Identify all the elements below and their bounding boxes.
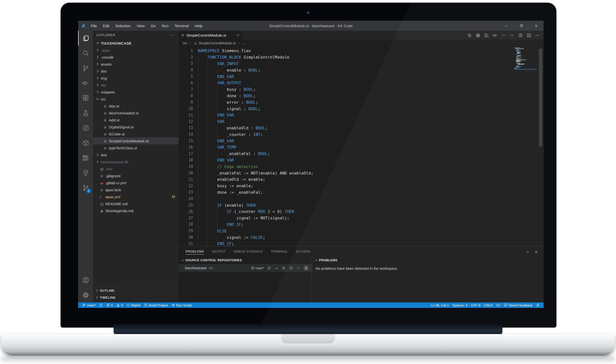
breadcrumb-[interactable]: ... — [242, 41, 245, 45]
editor-action-split-editor[interactable] — [527, 33, 531, 37]
editor-scrollbar[interactable] — [539, 49, 542, 146]
explorer-item-obj[interactable]: obj — [93, 82, 178, 89]
breadcrumb-simplecontrolmodule-st[interactable]: SimpleControlModule.st — [199, 41, 236, 45]
sidebar-section-outline[interactable]: OUTLINE — [93, 287, 178, 294]
activity-gitlens[interactable] — [78, 120, 93, 135]
activity-ax-library[interactable] — [78, 150, 93, 165]
source-control-header[interactable]: SOURCE CONTROL REPOSITORIES — [178, 257, 312, 264]
status-sync[interactable] — [98, 303, 105, 307]
status-build-project[interactable]: Build Project — [142, 303, 169, 307]
explorer-item-gcode-st[interactable]: GCode.st — [93, 130, 178, 137]
explorer-item-typetechclass-st[interactable]: typeTechClass.st — [93, 144, 178, 151]
menu-run[interactable]: Run — [159, 23, 171, 29]
activity-run-debug[interactable] — [78, 76, 93, 91]
panel-maximize-button[interactable] — [526, 249, 529, 254]
explorer-item-abs-st[interactable]: Abs.st — [93, 102, 178, 109]
code-editor[interactable]: 1NAMESPACE Siemens.Tiax2 FUNCTION_BLOCK … — [178, 47, 544, 246]
editor-action-print[interactable] — [476, 33, 480, 37]
editor-action-open-previous-change[interactable] — [493, 33, 497, 37]
menu-help[interactable]: Help — [192, 23, 205, 29]
panel-tab-output[interactable]: OUTPUT — [212, 249, 226, 254]
editor-action-search-editor[interactable] — [484, 33, 489, 37]
explorer-item-digitalsignal-st[interactable]: DigitalSignal.st — [93, 123, 178, 130]
panel-tab-problems[interactable]: PROBLEMS — [185, 249, 204, 255]
menu-file[interactable]: File — [88, 23, 100, 29]
explorer-item-test[interactable]: test — [93, 151, 178, 158]
menu-go[interactable]: Go — [148, 23, 158, 29]
editor-action-local-history[interactable] — [467, 33, 472, 37]
menu-view[interactable]: View — [134, 23, 148, 29]
minimap[interactable] — [514, 48, 537, 70]
tab-close-icon[interactable] — [236, 33, 240, 37]
repo-action-ellipsis[interactable] — [296, 266, 300, 270]
explorer-item-tiaxshowcase-lib[interactable]: tiaxshowcase-lib — [93, 158, 178, 165]
editor-action-toggle-file-blame[interactable] — [518, 33, 523, 37]
menu-edit[interactable]: Edit — [100, 23, 112, 29]
editor-action-open-next-change[interactable] — [510, 33, 514, 37]
problems-header[interactable]: PROBLEMS — [312, 257, 544, 264]
status-encoding[interactable]: UTF-8 — [469, 303, 482, 307]
window-close-button[interactable] — [529, 21, 544, 31]
explorer-item-apax-yml[interactable]: !apax.ymlM — [93, 193, 178, 200]
activity-search[interactable] — [78, 46, 93, 61]
panel-tab-terminal[interactable]: TERMINAL — [271, 249, 288, 254]
explorer-item-img[interactable]: img — [93, 75, 178, 82]
status-notifications[interactable] — [534, 303, 541, 307]
explorer-item-env[interactable]: .env — [93, 165, 178, 172]
panel-close-button[interactable] — [534, 249, 538, 254]
panel-tab-gitlens[interactable]: GITLENS — [296, 249, 310, 254]
editor-action-more-actions[interactable] — [535, 33, 540, 37]
window-restore-button[interactable] — [514, 21, 529, 31]
status-indentation[interactable]: Spaces: 4 — [451, 303, 469, 307]
repo-row[interactable]: tiaxshowcase Git main*1 — [178, 264, 312, 272]
explorer-item-simplecontrolmodule-st[interactable]: SimpleControlModule.st — [93, 137, 178, 144]
repo-action-history[interactable] — [282, 266, 286, 270]
status-send-feedback[interactable]: Send Feedback — [502, 303, 534, 307]
tab-simplecontrolmodule[interactable]: SimpleControlModule.st — [178, 31, 242, 40]
status-eol[interactable]: CRLF — [482, 303, 494, 307]
status-language-mode[interactable]: ST — [494, 303, 502, 307]
status-warnings[interactable]: 0 — [115, 303, 125, 307]
activity-source-control[interactable] — [78, 61, 93, 76]
sidebar-section-timeline[interactable]: TIMELINE — [93, 294, 178, 301]
breadcrumb[interactable]: srcSimpleControlModule.st... — [178, 40, 544, 47]
editor-action-open-change[interactable] — [501, 33, 506, 37]
repo-action-refresh[interactable] — [289, 266, 293, 270]
repo-action-check[interactable] — [275, 266, 278, 270]
panel-tab-debug-console[interactable]: DEBUG CONSOLE — [234, 249, 263, 254]
window-minimize-button[interactable] — [499, 21, 514, 31]
explorer-item-snippets[interactable]: snippets — [93, 89, 178, 95]
activity-explorer[interactable] — [78, 31, 93, 46]
activity-extensions[interactable] — [78, 91, 93, 105]
activity-test-tree[interactable] — [78, 165, 93, 180]
menu-terminal[interactable]: Terminal — [172, 23, 192, 29]
explorer-more-actions[interactable]: ··· — [170, 33, 175, 37]
activity-apax-packages[interactable] — [78, 135, 93, 150]
repo-action-sync[interactable] — [267, 266, 271, 270]
explorer-item-shortagenda-md[interactable]: ShortAgenda.md — [93, 207, 178, 214]
explorer-item-vscode[interactable]: .vscode — [93, 54, 178, 61]
activity-settings[interactable] — [78, 287, 93, 302]
explorer-item-assets[interactable]: assets — [93, 61, 178, 68]
explorer-root[interactable]: TIAXSHOWCASE — [93, 40, 178, 47]
repo-branch[interactable]: main* — [251, 266, 264, 270]
explorer-item-apax-lock[interactable]: apax.lock — [93, 186, 178, 193]
breadcrumb-src[interactable]: src — [183, 41, 187, 45]
explorer-item-absoverloaded-st[interactable]: AbsOverloaded.st — [93, 109, 178, 116]
explorer-item-apax[interactable]: .apax — [93, 47, 178, 54]
status-cursor-position[interactable]: Ln 36, Col 1 — [429, 303, 451, 307]
explorer-item-add-st[interactable]: Add.st — [93, 116, 178, 123]
status-branch[interactable]: main* — [81, 303, 98, 307]
status-run-script[interactable]: Run Script — [169, 303, 193, 307]
status-errors[interactable]: 0 — [105, 303, 115, 307]
explorer-item-doc[interactable]: doc — [93, 68, 178, 75]
explorer-item-src[interactable]: src — [93, 95, 178, 102]
explorer-item-gitignore[interactable]: .gitignore — [93, 172, 178, 179]
explorer-item-readme-md[interactable]: README.md — [93, 200, 178, 207]
status-watch[interactable]: Watch — [125, 303, 143, 307]
activity-account[interactable] — [78, 273, 93, 287]
activity-git-graph[interactable]: 1 — [78, 180, 93, 195]
explorer-item-gitlab-ci-yml[interactable]: .gitlab-ci.yml — [93, 179, 178, 186]
menu-selection[interactable]: Selection — [113, 23, 134, 29]
activity-testing[interactable] — [78, 105, 93, 120]
